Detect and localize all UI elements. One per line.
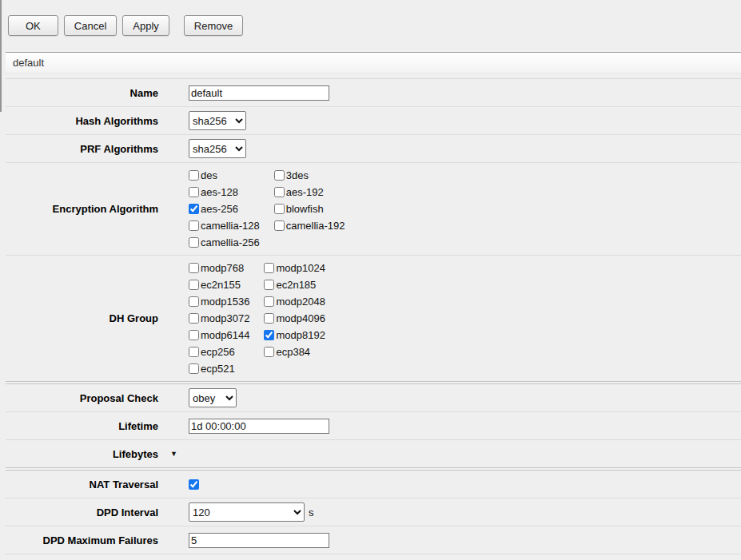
enc-blowfish-option[interactable]: blowfish — [274, 201, 345, 217]
toolbar: OK Cancel Apply Remove — [0, 0, 741, 36]
dh-modp1536-checkbox[interactable] — [189, 296, 199, 307]
enc-aes-192-option[interactable]: aes-192 — [274, 184, 345, 201]
row-dh-group: DH Group modp768 modp1024 ec2n155 ec2n18… — [6, 256, 741, 381]
dh-modp768-checkbox[interactable] — [189, 263, 199, 273]
enc-aes-128-option[interactable]: aes-128 — [189, 184, 260, 201]
enc-camellia-256-option[interactable]: camellia-256 — [189, 234, 260, 251]
row-dpd-interval: DPD Interval 120 s — [6, 498, 741, 526]
row-lifetime: Lifetime — [6, 412, 741, 440]
dh-modp6144-option[interactable]: modp6144 — [189, 327, 249, 344]
dh-ec2n155-checkbox[interactable] — [189, 280, 199, 290]
prf-algorithms-label: PRF Algorithms — [6, 143, 158, 155]
enc-camellia-192-option[interactable]: camellia-192 — [274, 217, 345, 234]
enc-blowfish-checkbox[interactable] — [274, 204, 285, 214]
enc-3des-checkbox[interactable] — [274, 170, 285, 181]
dh-ecp384-checkbox[interactable] — [264, 347, 274, 357]
enc-aes-256-checkbox[interactable] — [189, 204, 199, 214]
row-encryption-algorithm: Encryption Algorithm des 3des aes-128 ae… — [6, 163, 741, 256]
dh-ec2n155-option[interactable]: ec2n155 — [189, 276, 249, 293]
enc-des-option[interactable]: des — [189, 167, 260, 184]
dh-ecp521-option[interactable]: ecp521 — [189, 360, 249, 377]
dpd-interval-unit: s — [309, 506, 314, 518]
hash-algorithms-select[interactable]: sha256 — [189, 111, 246, 130]
dh-ecp256-option[interactable]: ecp256 — [189, 344, 249, 360]
dh-modp8192-checkbox[interactable] — [264, 330, 274, 340]
dh-ec2n185-checkbox[interactable] — [264, 280, 274, 290]
dh-group-options-grid: modp768 modp1024 ec2n155 ec2n185 modp153… — [189, 260, 325, 377]
profile-title-bar: default — [6, 52, 741, 73]
cancel-button[interactable]: Cancel — [64, 15, 117, 36]
enc-3des-option[interactable]: 3des — [274, 167, 345, 184]
lifebytes-expander-icon[interactable]: ▼ — [170, 451, 177, 458]
name-input[interactable] — [189, 85, 329, 101]
dh-ecp256-checkbox[interactable] — [189, 347, 199, 357]
dpd-maximum-failures-label: DPD Maximum Failures — [6, 534, 158, 546]
enc-camellia-128-option[interactable]: camellia-128 — [189, 217, 260, 234]
lifebytes-label: Lifebytes — [6, 448, 158, 460]
row-nat-traversal: NAT Traversal — [6, 471, 741, 498]
dpd-interval-label: DPD Interval — [6, 506, 158, 518]
enc-camellia-256-checkbox[interactable] — [189, 237, 199, 248]
row-hash-algorithms: Hash Algorithms sha256 — [6, 107, 741, 135]
row-prf-algorithms: PRF Algorithms sha256 — [6, 135, 741, 163]
enc-camellia-192-checkbox[interactable] — [274, 220, 285, 231]
dpd-interval-select[interactable]: 120 — [189, 502, 305, 522]
lifetime-label: Lifetime — [6, 420, 158, 432]
dh-modp3072-checkbox[interactable] — [189, 313, 199, 324]
proposal-check-select[interactable]: obey — [189, 388, 237, 407]
encryption-options-grid: des 3des aes-128 aes-192 aes-256 blowfis… — [189, 167, 345, 251]
profile-title: default — [13, 57, 44, 69]
dh-modp1024-checkbox[interactable] — [264, 263, 274, 273]
lifetime-input[interactable] — [189, 419, 329, 434]
dh-modp4096-checkbox[interactable] — [264, 313, 274, 324]
dh-modp2048-option[interactable]: modp2048 — [264, 293, 325, 310]
row-dpd-maximum-failures: DPD Maximum Failures — [6, 526, 741, 554]
proposal-check-label: Proposal Check — [6, 392, 158, 404]
dh-modp6144-checkbox[interactable] — [189, 330, 199, 340]
dh-ecp521-checkbox[interactable] — [189, 363, 199, 374]
dh-group-label: DH Group — [6, 312, 158, 324]
enc-des-checkbox[interactable] — [189, 170, 199, 181]
ok-button[interactable]: OK — [8, 15, 58, 36]
window-edge-line — [0, 0, 2, 112]
dh-modp8192-option[interactable]: modp8192 — [264, 327, 325, 344]
dh-modp1536-option[interactable]: modp1536 — [189, 293, 249, 310]
encryption-algorithm-label: Encryption Algorithm — [6, 203, 158, 215]
row-proposal-check: Proposal Check obey — [6, 384, 741, 412]
dh-modp1024-option[interactable]: modp1024 — [264, 260, 325, 276]
dh-modp3072-option[interactable]: modp3072 — [189, 310, 249, 327]
prf-algorithms-select[interactable]: sha256 — [189, 139, 246, 158]
row-lifebytes: Lifebytes ▼ — [6, 440, 741, 467]
apply-button[interactable]: Apply — [122, 15, 169, 36]
dpd-maximum-failures-input[interactable] — [189, 533, 329, 548]
dh-ecp384-option[interactable]: ecp384 — [264, 344, 325, 360]
enc-aes-192-checkbox[interactable] — [274, 187, 285, 197]
dh-modp2048-checkbox[interactable] — [264, 296, 274, 307]
profile-form: Name Hash Algorithms sha256 PRF Algorith… — [6, 78, 741, 554]
nat-traversal-checkbox[interactable] — [189, 479, 199, 490]
ipsec-profile-panel: default Name Hash Algorithms sha256 PRF … — [6, 52, 741, 554]
enc-aes-128-checkbox[interactable] — [189, 187, 199, 197]
nat-traversal-label: NAT Traversal — [6, 479, 158, 490]
remove-button[interactable]: Remove — [184, 15, 243, 36]
enc-camellia-128-checkbox[interactable] — [189, 220, 199, 231]
row-name: Name — [6, 79, 741, 107]
dh-modp4096-option[interactable]: modp4096 — [264, 310, 325, 327]
dh-modp768-option[interactable]: modp768 — [189, 260, 249, 276]
dh-ec2n185-option[interactable]: ec2n185 — [264, 276, 325, 293]
hash-algorithms-label: Hash Algorithms — [6, 115, 158, 127]
name-label: Name — [6, 87, 158, 99]
enc-aes-256-option[interactable]: aes-256 — [189, 201, 260, 217]
